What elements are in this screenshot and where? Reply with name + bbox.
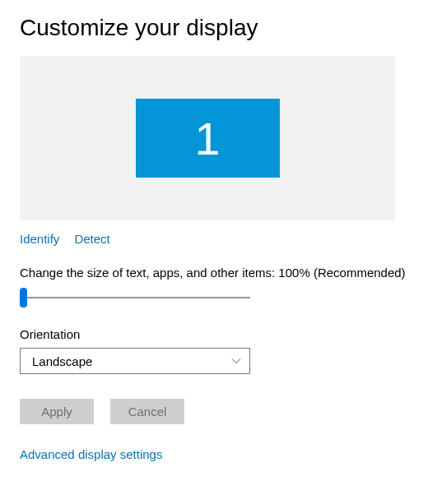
action-buttons-row: Apply Cancel xyxy=(20,399,417,424)
orientation-selected-value: Landscape xyxy=(32,354,92,368)
chevron-down-icon xyxy=(231,356,241,366)
apply-button: Apply xyxy=(20,399,94,424)
orientation-dropdown[interactable]: Landscape xyxy=(20,348,250,374)
preview-links-row: Identify Detect xyxy=(20,232,417,246)
orientation-label: Orientation xyxy=(20,327,417,341)
scale-value-text: 100% (Recommended) xyxy=(278,266,405,280)
display-preview-area: 1 xyxy=(20,56,395,220)
scale-label: Change the size of text, apps, and other… xyxy=(20,266,417,280)
advanced-display-settings-link[interactable]: Advanced display settings xyxy=(20,447,417,461)
monitor-number: 1 xyxy=(194,112,220,165)
slider-track xyxy=(20,297,250,298)
slider-thumb[interactable] xyxy=(20,288,27,307)
scale-slider[interactable] xyxy=(20,288,250,307)
page-title: Customize your display xyxy=(20,15,417,41)
detect-link[interactable]: Detect xyxy=(74,232,109,246)
monitor-tile-1[interactable]: 1 xyxy=(136,99,280,178)
scale-label-prefix: Change the size of text, apps, and other… xyxy=(20,266,278,280)
cancel-button: Cancel xyxy=(110,399,184,424)
identify-link[interactable]: Identify xyxy=(20,232,59,246)
